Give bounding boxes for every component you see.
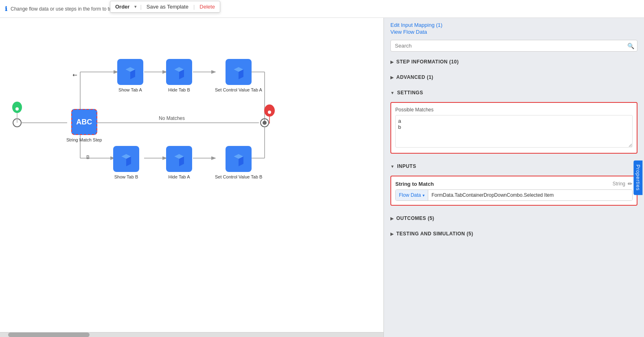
- possible-matches-textarea[interactable]: a b: [395, 115, 633, 148]
- branch-b-label: B: [86, 154, 90, 160]
- node-hide-tab-b-label: Hide Tab B: [168, 87, 190, 92]
- testing-section: ▶ TESTING AND SIMULATION (5): [384, 228, 644, 240]
- scrollbar-thumb[interactable]: [8, 333, 90, 337]
- right-panel: Properties Edit Input Mapping (1) View F…: [383, 18, 644, 337]
- step-info-header[interactable]: ▶ STEP INFORMATION (10): [384, 56, 644, 68]
- step-info-label: STEP INFORMATION (10): [396, 59, 459, 65]
- flow-data-label: Flow Data: [399, 192, 421, 198]
- node-hide-tab-a-label: Hide Tab A: [168, 174, 190, 179]
- outcomes-header[interactable]: ▶ OUTCOMES (5): [384, 212, 644, 224]
- cube-icon: [230, 64, 247, 80]
- settings-chevron-icon: ▼: [390, 91, 394, 95]
- toolbar: ℹ Change flow data or use steps in the f…: [0, 0, 644, 18]
- svg-point-14: [264, 104, 275, 117]
- step-info-section: ▶ STEP INFORMATION (10): [384, 56, 644, 68]
- svg-point-2: [15, 107, 19, 111]
- settings-label: SETTINGS: [397, 90, 423, 96]
- node-hide-tab-a[interactable]: Hide Tab A: [166, 146, 192, 179]
- inputs-section: ▼ INPUTS String to Match String ✏ Flow D…: [384, 160, 644, 209]
- node-set-ctrl-a-label: Set Control Value Tab A: [215, 87, 262, 92]
- node-set-ctrl-b[interactable]: Set Control Value Tab B: [215, 146, 262, 179]
- node-show-tab-b[interactable]: Show Tab B: [113, 146, 139, 179]
- cube-icon: [118, 151, 134, 167]
- svg-point-12: [261, 119, 269, 127]
- view-flow-data-link[interactable]: View Flow Data: [390, 29, 637, 35]
- search-bar-container: 🔍: [390, 40, 637, 52]
- svg-point-15: [268, 111, 271, 114]
- string-to-match-label: String to Match: [395, 181, 434, 187]
- svg-point-1: [12, 102, 22, 113]
- node-hide-tab-b[interactable]: Hide Tab B: [166, 59, 192, 92]
- properties-tab[interactable]: Properties: [634, 160, 643, 195]
- main-area: ↖ Show Tab A: [0, 18, 644, 337]
- node-set-ctrl-b-label: Set Control Value Tab B: [215, 174, 262, 179]
- testing-label: TESTING AND SIMULATION (5): [396, 231, 473, 237]
- input-value-row: Flow Data ▾ FormData.TabContainerDropDow…: [395, 189, 633, 201]
- flow-data-dropdown[interactable]: Flow Data ▾: [396, 190, 428, 200]
- edit-input-mapping-link[interactable]: Edit Input Mapping (1): [390, 22, 637, 28]
- cube-icon: [230, 151, 247, 167]
- inputs-box: String to Match String ✏ Flow Data ▾ For…: [390, 176, 637, 206]
- testing-chevron-icon: ▶: [390, 232, 394, 236]
- node-show-tab-a-label: Show Tab A: [118, 87, 142, 92]
- testing-header[interactable]: ▶ TESTING AND SIMULATION (5): [384, 228, 644, 240]
- settings-section: ▼ SETTINGS Possible Matches a b: [384, 87, 644, 157]
- cube-icon: [171, 64, 187, 80]
- search-icon: 🔍: [627, 43, 634, 49]
- cube-icon: [171, 151, 187, 167]
- inputs-content: String to Match String ✏ Flow Data ▾ For…: [384, 172, 644, 209]
- input-value-text: FormData.TabContainerDropDownCombo.Selec…: [428, 190, 632, 200]
- save-template-menu-item[interactable]: Save as Template: [145, 3, 190, 11]
- canvas-scrollbar[interactable]: [0, 332, 383, 337]
- delete-menu-item[interactable]: Delete: [198, 3, 217, 11]
- inputs-label: INPUTS: [397, 163, 416, 169]
- svg-text:↖: ↖: [71, 71, 79, 79]
- advanced-header[interactable]: ▶ ADVANCED (1): [384, 71, 644, 83]
- settings-header[interactable]: ▼ SETTINGS: [384, 87, 644, 99]
- step-info-chevron-icon: ▶: [390, 60, 394, 64]
- settings-box: Possible Matches a b: [390, 102, 637, 154]
- svg-point-13: [263, 121, 267, 125]
- possible-matches-label: Possible Matches: [395, 107, 633, 113]
- cube-icon: [122, 64, 138, 80]
- input-row-header: String to Match String ✏: [395, 180, 633, 187]
- flow-canvas[interactable]: ↖ Show Tab A: [0, 18, 383, 337]
- advanced-section: ▶ ADVANCED (1): [384, 71, 644, 83]
- node-show-tab-a[interactable]: Show Tab A: [117, 59, 143, 92]
- outcomes-section: ▶ OUTCOMES (5): [384, 212, 644, 224]
- node-show-tab-b-label: Show Tab B: [114, 174, 138, 179]
- string-type-label: String: [613, 181, 625, 187]
- advanced-chevron-icon: ▶: [390, 75, 394, 80]
- svg-point-0: [13, 119, 21, 127]
- inputs-header[interactable]: ▼ INPUTS: [384, 160, 644, 172]
- settings-content: Possible Matches a b: [384, 99, 644, 157]
- node-abc-string-match[interactable]: ABC String Match Step: [66, 109, 102, 142]
- search-input[interactable]: [390, 40, 637, 52]
- toolbar-context-menu: Order ▾ | Save as Template | Delete: [110, 1, 220, 13]
- outcomes-label: OUTCOMES (5): [396, 215, 434, 221]
- node-abc-label: String Match Step: [66, 137, 102, 142]
- outcomes-chevron-icon: ▶: [390, 216, 394, 221]
- advanced-label: ADVANCED (1): [396, 74, 434, 80]
- info-icon: ℹ: [5, 5, 7, 13]
- edit-icon[interactable]: ✏: [628, 180, 633, 187]
- no-matches-label: No Matches: [159, 115, 185, 121]
- order-chevron-icon: ▾: [134, 4, 137, 9]
- flow-data-chevron-icon: ▾: [423, 193, 425, 198]
- inputs-chevron-icon: ▼: [390, 164, 394, 169]
- toolbar-info-text: Change flow data or use steps in the for…: [11, 6, 639, 12]
- order-menu-item[interactable]: Order: [114, 3, 131, 11]
- node-set-ctrl-a[interactable]: Set Control Value Tab A: [215, 59, 262, 92]
- abc-label: ABC: [76, 118, 92, 126]
- panel-header: Edit Input Mapping (1) View Flow Data: [384, 18, 644, 37]
